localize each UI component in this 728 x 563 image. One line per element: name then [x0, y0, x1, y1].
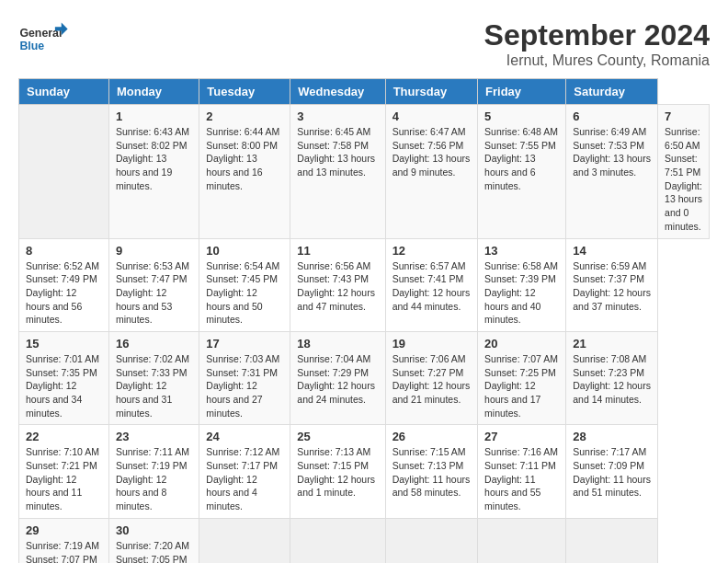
day-info: Sunrise: 7:06 AMSunset: 7:27 PMDaylight:…	[392, 352, 471, 407]
calendar-cell: 5Sunrise: 6:48 AMSunset: 7:55 PMDaylight…	[478, 105, 566, 239]
day-number: 6	[573, 109, 651, 123]
day-info: Sunrise: 7:12 AMSunset: 7:17 PMDaylight:…	[206, 445, 283, 512]
calendar-cell: 8Sunrise: 6:52 AMSunset: 7:49 PMDaylight…	[19, 238, 109, 331]
calendar-cell	[385, 518, 477, 563]
calendar-cell: 17Sunrise: 7:03 AMSunset: 7:31 PMDayligh…	[199, 331, 290, 424]
calendar-cell: 7Sunrise: 6:50 AMSunset: 7:51 PMDaylight…	[658, 105, 710, 239]
day-number: 13	[484, 244, 559, 258]
calendar-table: SundayMondayTuesdayWednesdayThursdayFrid…	[18, 78, 710, 563]
col-header-wednesday: Wednesday	[290, 79, 385, 105]
day-number: 5	[484, 109, 559, 123]
calendar-subtitle: Iernut, Mures County, Romania	[484, 52, 710, 69]
day-info: Sunrise: 7:03 AMSunset: 7:31 PMDaylight:…	[206, 352, 283, 419]
calendar-cell: 25Sunrise: 7:13 AMSunset: 7:15 PMDayligh…	[290, 425, 385, 518]
day-info: Sunrise: 7:08 AMSunset: 7:23 PMDaylight:…	[573, 352, 651, 407]
day-number: 12	[392, 244, 471, 258]
calendar-cell: 15Sunrise: 7:01 AMSunset: 7:35 PMDayligh…	[19, 331, 109, 424]
calendar-cell: 24Sunrise: 7:12 AMSunset: 7:17 PMDayligh…	[199, 425, 290, 518]
calendar-cell: 27Sunrise: 7:16 AMSunset: 7:11 PMDayligh…	[478, 425, 566, 518]
day-number: 2	[206, 109, 283, 123]
calendar-cell: 16Sunrise: 7:02 AMSunset: 7:33 PMDayligh…	[108, 331, 199, 424]
day-number: 18	[297, 337, 378, 350]
day-info: Sunrise: 6:59 AMSunset: 7:37 PMDaylight:…	[573, 259, 651, 314]
day-number: 28	[573, 430, 651, 443]
day-number: 14	[573, 244, 651, 258]
day-info: Sunrise: 6:52 AMSunset: 7:49 PMDaylight:…	[26, 259, 102, 327]
day-number: 17	[206, 337, 283, 350]
calendar-cell: 9Sunrise: 6:53 AMSunset: 7:47 PMDaylight…	[108, 238, 199, 331]
day-info: Sunrise: 6:45 AMSunset: 7:58 PMDaylight:…	[297, 125, 378, 179]
calendar-cell: 14Sunrise: 6:59 AMSunset: 7:37 PMDayligh…	[566, 238, 658, 331]
day-info: Sunrise: 6:48 AMSunset: 7:55 PMDaylight:…	[484, 125, 559, 192]
calendar-cell: 22Sunrise: 7:10 AMSunset: 7:21 PMDayligh…	[19, 425, 109, 518]
day-info: Sunrise: 6:50 AMSunset: 7:51 PMDaylight:…	[665, 125, 702, 234]
calendar-cell: 30Sunrise: 7:20 AMSunset: 7:05 PMDayligh…	[108, 518, 199, 563]
day-number: 8	[26, 244, 102, 258]
day-number: 1	[116, 109, 192, 123]
day-info: Sunrise: 6:43 AMSunset: 8:02 PMDaylight:…	[116, 125, 192, 192]
day-number: 19	[392, 337, 471, 350]
calendar-cell: 19Sunrise: 7:06 AMSunset: 7:27 PMDayligh…	[385, 331, 477, 424]
col-header-friday: Friday	[478, 79, 566, 105]
calendar-cell: 18Sunrise: 7:04 AMSunset: 7:29 PMDayligh…	[290, 331, 385, 424]
header: General Blue September 2024 Iernut, Mure…	[18, 18, 710, 69]
day-info: Sunrise: 7:19 AMSunset: 7:07 PMDaylight:…	[26, 539, 102, 563]
calendar-cell: 11Sunrise: 6:56 AMSunset: 7:43 PMDayligh…	[290, 238, 385, 331]
calendar-cell	[478, 518, 566, 563]
day-number: 11	[297, 244, 378, 258]
calendar-cell: 29Sunrise: 7:19 AMSunset: 7:07 PMDayligh…	[19, 518, 109, 563]
calendar-cell: 21Sunrise: 7:08 AMSunset: 7:23 PMDayligh…	[566, 331, 658, 424]
day-number: 9	[116, 244, 192, 258]
day-info: Sunrise: 7:04 AMSunset: 7:29 PMDaylight:…	[297, 352, 378, 407]
calendar-cell	[566, 518, 658, 563]
calendar-cell: 6Sunrise: 6:49 AMSunset: 7:53 PMDaylight…	[566, 105, 658, 239]
calendar-title: September 2024	[484, 18, 710, 52]
day-info: Sunrise: 6:57 AMSunset: 7:41 PMDaylight:…	[392, 259, 471, 314]
calendar-cell: 10Sunrise: 6:54 AMSunset: 7:45 PMDayligh…	[199, 238, 290, 331]
calendar-cell: 4Sunrise: 6:47 AMSunset: 7:56 PMDaylight…	[385, 105, 477, 239]
calendar-cell: 20Sunrise: 7:07 AMSunset: 7:25 PMDayligh…	[478, 331, 566, 424]
calendar-cell	[199, 518, 290, 563]
day-number: 15	[26, 337, 102, 350]
day-info: Sunrise: 6:54 AMSunset: 7:45 PMDaylight:…	[206, 259, 283, 327]
svg-text:Blue: Blue	[19, 40, 44, 52]
calendar-cell: 1Sunrise: 6:43 AMSunset: 8:02 PMDaylight…	[108, 105, 199, 239]
day-number: 7	[665, 109, 702, 123]
logo: General Blue	[18, 18, 69, 55]
day-number: 24	[206, 430, 283, 443]
calendar-cell: 13Sunrise: 6:58 AMSunset: 7:39 PMDayligh…	[478, 238, 566, 331]
day-number: 16	[116, 337, 192, 350]
day-number: 20	[484, 337, 559, 350]
day-number: 21	[573, 337, 651, 350]
col-header-sunday: Sunday	[19, 79, 109, 105]
day-info: Sunrise: 7:15 AMSunset: 7:13 PMDaylight:…	[392, 445, 471, 500]
calendar-cell: 2Sunrise: 6:44 AMSunset: 8:00 PMDaylight…	[199, 105, 290, 239]
day-number: 25	[297, 430, 378, 443]
day-info: Sunrise: 6:44 AMSunset: 8:00 PMDaylight:…	[206, 125, 283, 192]
col-header-tuesday: Tuesday	[199, 79, 290, 105]
calendar-cell	[19, 105, 109, 239]
col-header-thursday: Thursday	[385, 79, 477, 105]
day-number: 10	[206, 244, 283, 258]
day-info: Sunrise: 7:17 AMSunset: 7:09 PMDaylight:…	[573, 445, 651, 500]
day-info: Sunrise: 7:07 AMSunset: 7:25 PMDaylight:…	[484, 352, 559, 419]
col-header-monday: Monday	[108, 79, 199, 105]
day-info: Sunrise: 6:53 AMSunset: 7:47 PMDaylight:…	[116, 259, 192, 327]
day-info: Sunrise: 6:49 AMSunset: 7:53 PMDaylight:…	[573, 125, 651, 179]
day-number: 26	[392, 430, 471, 443]
day-info: Sunrise: 6:56 AMSunset: 7:43 PMDaylight:…	[297, 259, 378, 314]
day-number: 23	[116, 430, 192, 443]
calendar-cell: 28Sunrise: 7:17 AMSunset: 7:09 PMDayligh…	[566, 425, 658, 518]
day-info: Sunrise: 7:13 AMSunset: 7:15 PMDaylight:…	[297, 445, 378, 500]
calendar-cell: 26Sunrise: 7:15 AMSunset: 7:13 PMDayligh…	[385, 425, 477, 518]
day-number: 22	[26, 430, 102, 443]
logo-icon: General Blue	[18, 18, 69, 55]
calendar-cell: 3Sunrise: 6:45 AMSunset: 7:58 PMDaylight…	[290, 105, 385, 239]
title-area: September 2024 Iernut, Mures County, Rom…	[484, 18, 710, 69]
calendar-cell: 12Sunrise: 6:57 AMSunset: 7:41 PMDayligh…	[385, 238, 477, 331]
col-header-saturday: Saturday	[566, 79, 658, 105]
day-info: Sunrise: 7:02 AMSunset: 7:33 PMDaylight:…	[116, 352, 192, 419]
day-number: 27	[484, 430, 559, 443]
day-number: 29	[26, 523, 102, 537]
day-number: 4	[392, 109, 471, 123]
